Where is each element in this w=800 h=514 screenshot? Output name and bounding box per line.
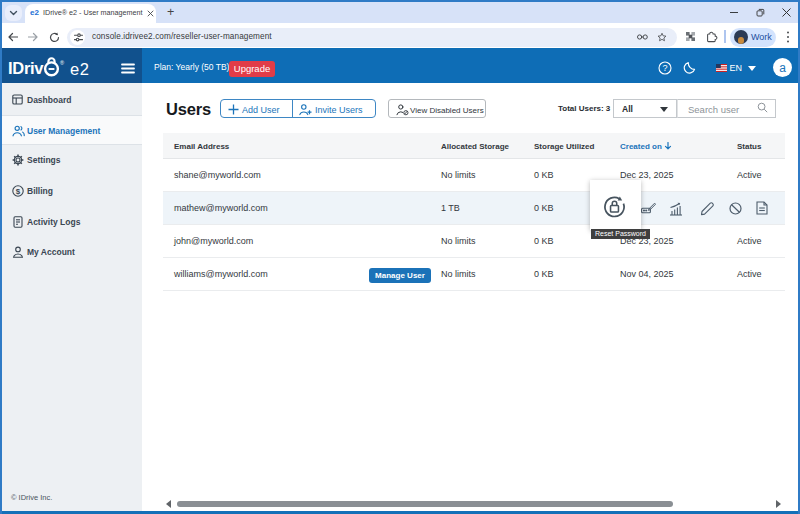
svg-text:e2: e2 <box>70 60 89 78</box>
svg-text:®: ® <box>60 60 64 66</box>
svg-text:IDriv: IDriv <box>8 59 44 77</box>
svg-text:?: ? <box>662 63 667 73</box>
svg-text:$: $ <box>16 187 21 196</box>
